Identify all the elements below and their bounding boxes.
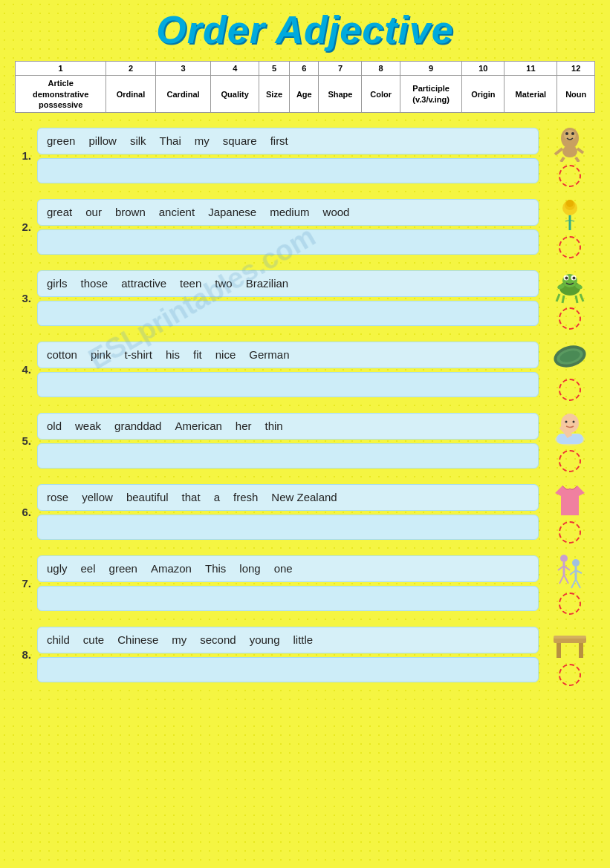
- illustration-dancers: [551, 551, 589, 590]
- word-item: a: [214, 491, 220, 503]
- exercise-row-8: 8.childcuteChinesemysecondyounglittle: [15, 622, 595, 686]
- word-item: silk: [130, 134, 146, 147]
- exercise-content-2: greatourbrownancientJapanesemediumwood: [37, 199, 539, 255]
- answer-row-4[interactable]: [37, 372, 539, 397]
- image-col-5: [545, 408, 595, 472]
- illustration-shirt: [551, 480, 589, 518]
- word-item: Japanese: [208, 206, 256, 218]
- exercise-content-6: roseyellowbeautifulthatafreshNew Zealand: [37, 484, 539, 540]
- word-item: my: [195, 134, 210, 147]
- exercise-number-5: 5.: [15, 434, 31, 447]
- word-item: weak: [75, 420, 101, 432]
- svg-point-33: [560, 555, 568, 562]
- dashed-circle-6: [559, 521, 581, 544]
- exercise-content-4: cottonpinkt-shirthisfitniceGerman: [37, 342, 539, 397]
- answer-row-2[interactable]: [37, 229, 539, 255]
- svg-point-3: [571, 132, 574, 135]
- word-item: his: [166, 348, 180, 361]
- word-item: child: [47, 633, 70, 646]
- word-item: my: [172, 633, 186, 646]
- illustration-rose: [551, 195, 589, 233]
- answer-row-8[interactable]: [37, 657, 539, 682]
- word-item: fit: [193, 348, 202, 361]
- svg-point-1: [564, 130, 576, 140]
- words-row-3: girlsthoseattractiveteentwoBrazilian: [37, 270, 539, 297]
- word-item: ugly: [47, 562, 68, 575]
- svg-line-7: [561, 157, 564, 162]
- svg-line-38: [564, 575, 568, 584]
- word-item: fresh: [233, 491, 258, 503]
- word-item: Brazilian: [246, 277, 289, 290]
- exercise-number-7: 7.: [15, 577, 31, 590]
- exercise-content-5: oldweakgranddadAmericanherthin: [37, 413, 539, 469]
- answer-row-3[interactable]: [37, 301, 539, 326]
- words-row-8: childcuteChinesemysecondyounglittle: [37, 627, 539, 653]
- word-item: square: [223, 134, 257, 147]
- word-item: teen: [180, 277, 201, 290]
- exercise-row-7: 7.uglyeelgreenAmazonThislongone: [15, 551, 595, 615]
- exercise-content-8: childcuteChinesemysecondyounglittle: [37, 627, 539, 682]
- image-col-6: [545, 480, 595, 544]
- word-item: beautiful: [126, 491, 169, 503]
- exercise-row-6: 6.roseyellowbeautifulthatafreshNew Zeala…: [15, 480, 595, 544]
- word-item: yellow: [82, 491, 113, 503]
- answer-row-5[interactable]: [37, 443, 539, 469]
- words-row-6: roseyellowbeautifulthatafreshNew Zealand: [37, 484, 539, 511]
- illustration-baby: [551, 408, 589, 447]
- svg-point-12: [566, 200, 574, 207]
- dashed-circle-3: [559, 307, 581, 330]
- word-item: eel: [81, 562, 96, 575]
- svg-point-31: [565, 421, 568, 423]
- words-row-1: greenpillowsilkThaimysquarefirst: [37, 128, 539, 154]
- svg-rect-47: [579, 643, 583, 658]
- word-item: medium: [270, 206, 309, 218]
- word-item: young: [250, 633, 280, 646]
- image-col-7: [545, 551, 595, 615]
- svg-line-24: [580, 294, 583, 301]
- answer-row-7[interactable]: [37, 586, 539, 611]
- word-item: attractive: [121, 277, 166, 290]
- svg-line-44: [576, 579, 580, 588]
- adjective-order-table: 123456789101112 Articledemonstrativeposs…: [15, 61, 595, 113]
- word-item: Chinese: [117, 633, 158, 646]
- word-item: nice: [215, 348, 236, 361]
- word-item: American: [175, 420, 221, 432]
- exercise-row-1: 1.greenpillowsilkThaimysquarefirst: [15, 123, 595, 187]
- word-item: pillow: [88, 134, 117, 147]
- word-item: old: [47, 420, 62, 432]
- svg-line-43: [571, 579, 576, 588]
- exercise-number-8: 8.: [15, 648, 31, 661]
- word-item: that: [182, 491, 201, 503]
- word-item: wood: [323, 206, 350, 218]
- word-item: brown: [115, 206, 146, 218]
- exercise-number-3: 3.: [15, 292, 31, 304]
- words-row-4: cottonpinkt-shirthisfitniceGerman: [37, 342, 539, 368]
- svg-line-8: [576, 157, 579, 162]
- word-item: those: [81, 277, 108, 290]
- dashed-circle-2: [559, 236, 581, 258]
- word-item: green: [109, 562, 137, 575]
- answer-row-6[interactable]: [37, 515, 539, 540]
- svg-rect-46: [557, 643, 561, 658]
- svg-line-23: [576, 296, 577, 303]
- exercise-content-3: girlsthoseattractiveteentwoBrazilian: [37, 270, 539, 326]
- exercise-row-5: 5.oldweakgranddadAmericanherthin: [15, 408, 595, 472]
- image-col-4: [545, 337, 595, 401]
- word-item: our: [85, 206, 102, 218]
- answer-row-1[interactable]: [37, 158, 539, 183]
- words-row-7: uglyeelgreenAmazonThislongone: [37, 555, 539, 582]
- svg-point-18: [573, 277, 576, 280]
- word-item: This: [205, 562, 226, 575]
- dashed-circle-5: [559, 450, 581, 472]
- svg-line-21: [557, 294, 559, 301]
- exercise-row-2: 2.greatourbrownancientJapanesemediumwood: [15, 195, 595, 258]
- dashed-circle-1: [559, 165, 581, 187]
- illustration-table: [551, 622, 589, 661]
- svg-rect-48: [554, 636, 586, 639]
- svg-line-22: [562, 296, 564, 303]
- dashed-circle-8: [559, 664, 581, 686]
- image-col-2: [545, 195, 595, 258]
- svg-line-5: [555, 149, 562, 154]
- svg-point-4: [562, 146, 577, 157]
- image-col-8: [545, 622, 595, 686]
